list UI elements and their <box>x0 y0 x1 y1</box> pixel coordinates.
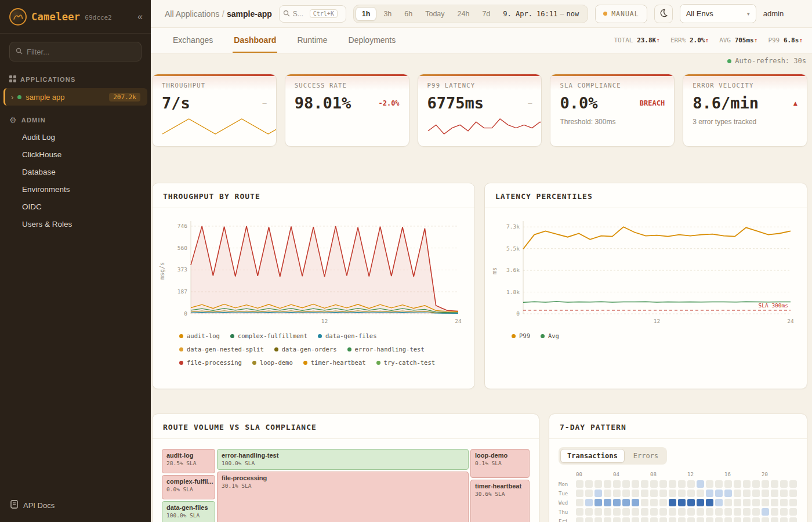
sidebar-filter <box>9 42 142 61</box>
document-icon <box>10 500 18 510</box>
sidebar-filter-input[interactable] <box>27 48 135 56</box>
legend-item-error-handling-test[interactable]: error-handling-test <box>347 346 425 353</box>
sidebar-item-database[interactable]: Database <box>0 164 151 181</box>
breadcrumb-all-applications[interactable]: All Applications <box>165 9 219 19</box>
collapse-sidebar-button[interactable]: « <box>137 12 143 22</box>
legend-dot-icon <box>303 361 307 365</box>
legend-item-data-gen-orders[interactable]: data-gen-orders <box>274 346 337 353</box>
moon-icon <box>659 9 668 19</box>
heatmap-cell <box>585 517 593 522</box>
sidebar-item-sample-app[interactable]: › sample app 207.2k <box>3 88 147 106</box>
heatmap-cell <box>576 480 583 488</box>
legend-dot-icon <box>252 361 256 365</box>
legend-item-timer-heartbeat[interactable]: timer-heartbeat <box>303 359 366 366</box>
heatmap-cell <box>715 517 723 522</box>
heatmap-cell <box>706 517 713 522</box>
date-start: 9. Apr. 16:11 <box>503 10 557 18</box>
sidebar-item-users-roles[interactable]: Users & Roles <box>0 216 151 233</box>
legend-item-audit-log[interactable]: audit-log <box>179 332 220 339</box>
heatmap-day-label: Thu <box>559 509 574 515</box>
time-range-7d[interactable]: 7d <box>476 7 496 21</box>
heatmap-cell <box>604 517 611 522</box>
bottom-row: ROUTE VOLUME VS SLA COMPLIANCE audit-log… <box>152 414 807 522</box>
sidebar-item-environments[interactable]: Environments <box>0 181 151 198</box>
manual-refresh-button[interactable]: MANUAL <box>595 5 647 23</box>
kpi-row: THROUGHPUT7/s–SUCCESS RATE98.01%-2.0%P99… <box>152 74 807 147</box>
stat-avg: AVG 705ms↑ <box>719 37 757 44</box>
time-range-6h[interactable]: 6h <box>398 7 418 21</box>
sidebar-item-clickhouse[interactable]: ClickHouse <box>0 146 151 164</box>
heatmap-cell <box>622 480 630 488</box>
toggle-transactions[interactable]: Transactions <box>560 449 625 463</box>
heatmap-cell <box>594 517 602 522</box>
search-shortcut-kbd: Ctrl+K <box>310 9 338 18</box>
legend-item-complex-fulfillment[interactable]: complex-fulfillment <box>230 332 307 339</box>
tab-dashboard[interactable]: Dashboard <box>233 28 277 53</box>
heatmap-cell <box>780 508 788 516</box>
heatmap-cell <box>706 490 713 497</box>
treemap-cell-label: error-handling-test <box>222 452 464 459</box>
tab-exchanges[interactable]: Exchanges <box>172 28 214 53</box>
time-range-today[interactable]: Today <box>419 7 450 21</box>
time-range-3h[interactable]: 3h <box>378 7 397 21</box>
gear-icon: ⚙ <box>9 116 17 124</box>
heatmap-cell <box>743 480 751 488</box>
sidebar-item-audit-log[interactable]: Audit Log <box>0 129 151 146</box>
auto-refresh-status: Auto-refresh: 30s <box>152 56 807 66</box>
legend-item-file-processing[interactable]: file-processing <box>179 359 242 366</box>
global-search[interactable]: Ctrl+K <box>279 5 346 23</box>
legend-item-p99[interactable]: P99 <box>512 332 530 339</box>
kpi-main: 98.01%-2.0% <box>295 94 400 112</box>
tab-runtime[interactable]: Runtime <box>296 28 328 53</box>
kpi-card-sla-compliance: SLA COMPLIANCE0.0%BREACHThreshold: 300ms <box>550 74 675 147</box>
tab-stats: TOTAL 23.8K↑ERR% 2.0%↑AVG 705ms↑P99 6.8s… <box>614 37 803 44</box>
chart-title: THROUGHPUT BY ROUTE <box>153 183 474 208</box>
svg-text:0: 0 <box>184 310 187 317</box>
heatmap-hour-label: 08 <box>650 472 657 477</box>
svg-text:24: 24 <box>455 318 462 324</box>
toggle-errors[interactable]: Errors <box>626 449 665 463</box>
legend-item-data-gen-nested-split[interactable]: data-gen-nested-split <box>179 346 264 353</box>
api-docs-link[interactable]: API Docs <box>0 491 151 522</box>
heatmap-cell <box>613 508 621 516</box>
kpi-sparkline <box>427 115 532 136</box>
treemap-cell-file-processing: file-processing30.1% SLA <box>217 472 469 522</box>
heatmap-cell <box>604 499 611 506</box>
legend-item-try-catch-test[interactable]: try-catch-test <box>376 359 436 366</box>
stat-err: ERR% 2.0%↑ <box>670 37 709 44</box>
manual-dot-icon <box>603 12 607 16</box>
heatmap-cell <box>650 490 658 497</box>
heatmap-hour-label: 20 <box>762 472 768 477</box>
legend-item-data-gen-files[interactable]: data-gen-files <box>318 332 377 339</box>
app-root: Cameleer 69dcce2 « APPLICATIONS › sample… <box>0 0 812 522</box>
sidebar-item-oidc[interactable]: OIDC <box>0 198 151 216</box>
heatmap-cell <box>622 517 630 522</box>
dashboard-content: Auto-refresh: 30s THROUGHPUT7/s–SUCCESS … <box>151 53 812 522</box>
legend-item-loop-demo[interactable]: loop-demo <box>252 359 293 366</box>
app-name: Cameleer <box>31 11 80 23</box>
heatmap-day-label: Mon <box>559 481 574 487</box>
heatmap-cell <box>622 490 630 497</box>
search-input[interactable] <box>293 10 307 18</box>
env-select[interactable]: All Envs ▾ <box>680 4 756 23</box>
heatmap-cell <box>585 480 593 488</box>
treemap-cell-timer-heartbeat: timer-heartbeat30.6% SLA <box>470 480 530 522</box>
dark-mode-toggle[interactable] <box>654 5 673 23</box>
kpi-label: THROUGHPUT <box>162 82 267 89</box>
heatmap-cell <box>743 490 751 497</box>
time-range-24h[interactable]: 24h <box>452 7 476 21</box>
heatmap-cell <box>715 480 723 488</box>
legend-item-avg[interactable]: Avg <box>541 332 559 339</box>
tab-deployments[interactable]: Deployments <box>347 28 397 53</box>
treemap-cell-data-gen-files: data-gen-files100.0% SLA <box>162 501 215 522</box>
kpi-label: ERROR VELOCITY <box>693 82 798 89</box>
heatmap-cell <box>594 480 602 488</box>
treemap-cell-label: timer-heartbeat <box>475 483 525 490</box>
sidebar: Cameleer 69dcce2 « APPLICATIONS › sample… <box>0 0 151 522</box>
heatmap-cell <box>650 480 658 488</box>
date-end: now <box>566 10 579 18</box>
heatmap-cell <box>715 508 723 516</box>
throughput-by-route-card: THROUGHPUT BY ROUTE msg/s 01873735607461… <box>152 183 475 389</box>
time-range-1h[interactable]: 1h <box>356 7 377 21</box>
user-menu[interactable]: admin <box>763 9 784 18</box>
